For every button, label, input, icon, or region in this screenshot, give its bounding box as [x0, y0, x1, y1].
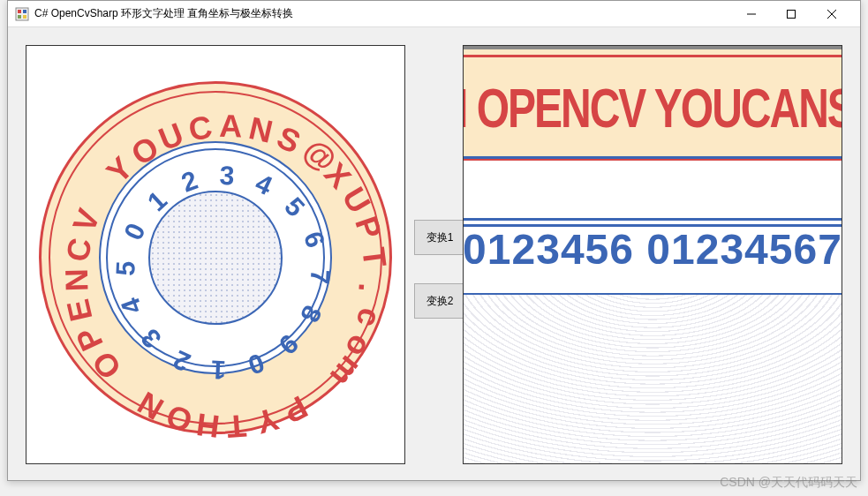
- seal-inner-text: 0123456789012345: [39, 81, 392, 434]
- watermark: CSDN @天天代码码天天: [720, 475, 857, 491]
- svg-rect-3: [18, 15, 21, 19]
- unwrapped-inner-text: 90123456 012345678: [464, 218, 842, 280]
- close-button[interactable]: [811, 1, 853, 26]
- unwrapped-image: m PYTHON OPENCV YOUCANS@XUPT.co 90123456…: [464, 46, 842, 463]
- client-area: YOUCANS@XUPT.com PYTHON OPENCV 012345678…: [8, 27, 860, 480]
- app-icon: [15, 7, 29, 21]
- svg-rect-1: [18, 10, 21, 13]
- svg-rect-6: [787, 10, 795, 18]
- minimize-button[interactable]: [731, 1, 771, 26]
- unwrapped-outer-text: m PYTHON OPENCV YOUCANS@XUPT.co: [464, 68, 842, 148]
- titlebar[interactable]: C# OpenCvSharp 环形文字处理 直角坐标与极坐标转换: [8, 1, 860, 27]
- seal-image: YOUCANS@XUPT.com PYTHON OPENCV 012345678…: [26, 46, 404, 463]
- transform2-button[interactable]: 变换2: [414, 283, 465, 319]
- svg-rect-4: [23, 15, 26, 19]
- transform1-button[interactable]: 变换1: [414, 220, 465, 255]
- maximize-button[interactable]: [771, 1, 811, 26]
- source-image-panel: YOUCANS@XUPT.com PYTHON OPENCV 012345678…: [26, 45, 405, 464]
- window-controls: [731, 1, 853, 26]
- svg-rect-2: [23, 10, 26, 13]
- main-window: C# OpenCvSharp 环形文字处理 直角坐标与极坐标转换 YOUCANS…: [7, 0, 861, 481]
- result-image-panel: m PYTHON OPENCV YOUCANS@XUPT.co 90123456…: [463, 45, 842, 464]
- window-title: C# OpenCvSharp 环形文字处理 直角坐标与极坐标转换: [34, 6, 731, 21]
